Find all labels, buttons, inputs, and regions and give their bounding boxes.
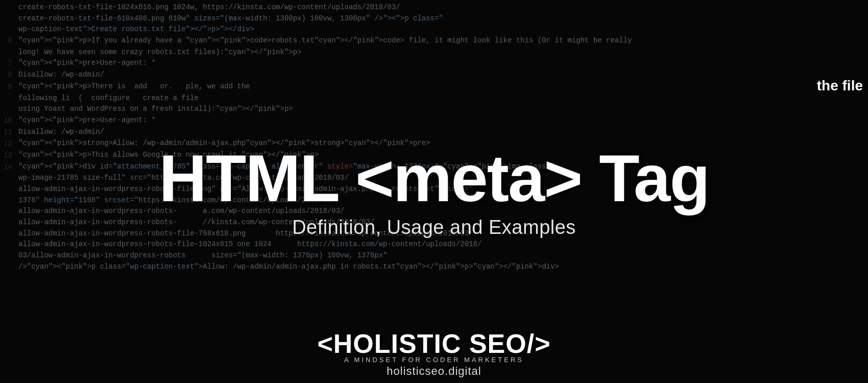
logo-tagline: A MINDSET FOR CODER MARKETERS	[317, 356, 550, 364]
side-annotation: the file	[817, 77, 868, 95]
bottom-logo: <HOLISTIC SEO/> A MINDSET FOR CODER MARK…	[317, 328, 550, 383]
center-content: HTML <meta> Tag Definition, Usage and Ex…	[0, 0, 868, 383]
logo-domain: holisticseo.digital	[317, 365, 550, 378]
logo-brand: <HOLISTIC SEO/>	[317, 328, 550, 359]
main-title: HTML <meta> Tag	[159, 145, 709, 211]
sub-title: Definition, Usage and Examples	[292, 217, 576, 238]
